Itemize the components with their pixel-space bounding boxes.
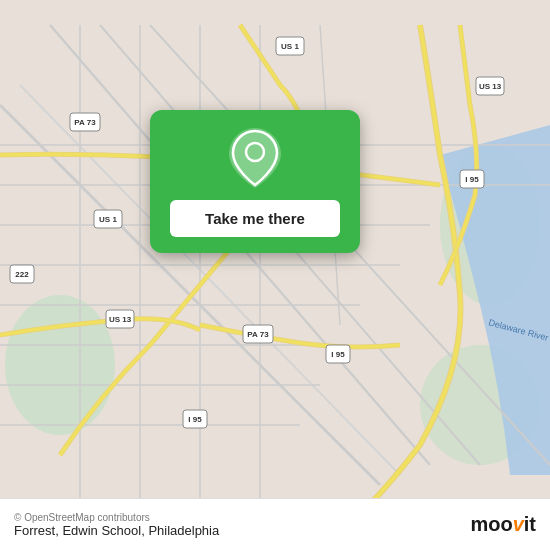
svg-point-1 [5,295,115,435]
svg-text:I 95: I 95 [188,415,202,424]
svg-text:I 95: I 95 [331,350,345,359]
location-name: Forrest, Edwin School, Philadelphia [14,523,219,538]
svg-text:PA 73: PA 73 [74,118,96,127]
moovit-logo-text: moovit [470,513,536,536]
map-container: Delaware River [0,0,550,550]
svg-text:US 13: US 13 [479,82,502,91]
bottom-bar: © OpenStreetMap contributors Forrest, Ed… [0,498,550,550]
attribution-text: © OpenStreetMap contributors [14,512,219,523]
bottom-left: © OpenStreetMap contributors Forrest, Ed… [14,512,219,538]
svg-text:US 1: US 1 [99,215,117,224]
svg-text:US 13: US 13 [109,315,132,324]
moovit-logo: moovit [470,513,536,536]
svg-text:I 95: I 95 [465,175,479,184]
card-overlay: Take me there [150,110,360,253]
svg-text:PA 73: PA 73 [247,330,269,339]
svg-text:222: 222 [15,270,29,279]
svg-text:US 1: US 1 [281,42,299,51]
take-me-there-button[interactable]: Take me there [170,200,340,237]
location-pin-icon [229,128,281,188]
